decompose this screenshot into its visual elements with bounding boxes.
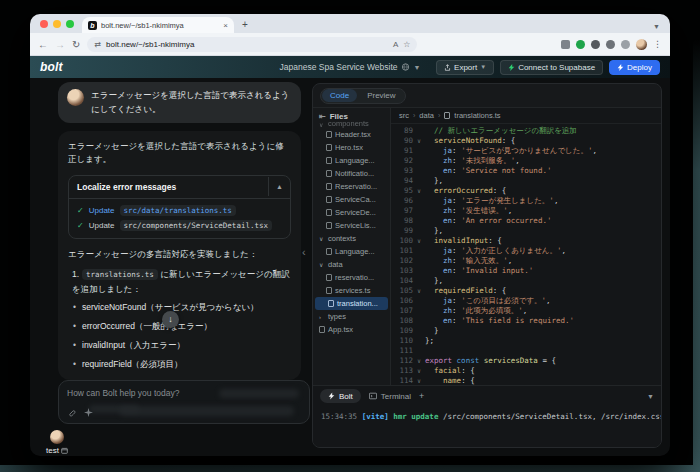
new-terminal-button[interactable]: + (419, 391, 424, 401)
terminal-tab-terminal[interactable]: Terminal (369, 392, 411, 401)
export-button[interactable]: Export▼ (436, 60, 494, 75)
terminal-tab-bolt[interactable]: Bolt (320, 389, 361, 403)
extension-icon[interactable] (561, 40, 570, 49)
bookmark-star-icon[interactable]: ☆ (403, 40, 410, 49)
code-token: : { (493, 286, 507, 296)
tree-item-header-tsx[interactable]: Header.tsx (313, 128, 390, 141)
code-token: zh (443, 306, 452, 316)
plan-card-item[interactable]: ✓Updatesrc/components/ServiceDetail.tsx (77, 220, 282, 231)
collapse-panel-chevron-icon[interactable]: ‹ (302, 246, 306, 258)
tab-search-chevron-icon[interactable]: ▼ (653, 23, 660, 30)
zoom-window-button[interactable] (66, 20, 74, 28)
bolt-profile-avatar[interactable] (50, 430, 64, 444)
toolbar-extensions: ⋮ (561, 39, 662, 50)
check-icon: ✓ (77, 221, 84, 230)
translate-icon[interactable]: A (393, 40, 398, 49)
tree-item-app-tsx[interactable]: App.tsx (313, 323, 390, 336)
tree-item-data[interactable]: ∨data (313, 258, 390, 271)
bullet-item: serviceNotFound（サービスが見つからない） (82, 302, 291, 314)
window-controls (30, 20, 82, 33)
extension-icon[interactable] (576, 40, 585, 49)
new-tab-button[interactable]: + (242, 19, 248, 30)
connect-supabase-button[interactable]: Connect to Supabase (500, 60, 603, 75)
fold-chevron-icon[interactable]: ∨ (413, 376, 425, 385)
forward-button[interactable]: → (55, 39, 65, 50)
tree-item-serviceca-[interactable]: ServiceCa... (313, 193, 390, 206)
reload-button[interactable]: ↻ (72, 39, 80, 50)
extension-icon[interactable] (621, 40, 630, 49)
plan-card-item[interactable]: ✓Updatesrc/data/translations.ts (77, 205, 282, 216)
tree-item-notificatio-[interactable]: Notificatio... (313, 167, 390, 180)
collapse-sidebar-icon[interactable]: ⇤ (319, 112, 326, 121)
step-list-item: 1.translations.ts に新しいエラーメッセージの翻訳を追加しました… (68, 267, 291, 296)
file-path-chip[interactable]: src/components/ServiceDetail.tsx (120, 220, 273, 231)
tree-item-reservatio-[interactable]: Reservatio... (313, 180, 390, 193)
fold-chevron-icon[interactable]: ∨ (413, 366, 425, 376)
address-bar[interactable]: ⇄ bolt.new/~/sb1-nkimimya A ☆ (87, 37, 417, 52)
tree-item-language-[interactable]: Language... (313, 245, 390, 258)
inline-code-chip[interactable]: translations.ts (82, 269, 158, 280)
profile-label[interactable]: test (46, 446, 306, 455)
file-tree[interactable]: ∨componentsHeader.tsxHero.tsxLanguage...… (313, 121, 390, 385)
fold-chevron-icon[interactable]: ∨ (413, 136, 425, 146)
code-lines[interactable]: 89 // 新しいエラーメッセージの翻訳を追加90∨ serviceNotFou… (391, 124, 661, 385)
tree-item-label: App.tsx (328, 325, 353, 334)
tree-item-types[interactable]: ›types (313, 310, 390, 323)
browser-tab[interactable]: b bolt.new/~/sb1-nkimimya × (82, 17, 234, 33)
breadcrumb-item[interactable]: translations.ts (454, 111, 500, 120)
attach-link-icon[interactable] (67, 408, 76, 417)
code-line: 99 }, (391, 226, 661, 236)
code-token: en (443, 316, 452, 326)
folder-closed-icon: › (319, 314, 325, 320)
close-window-button[interactable] (40, 20, 48, 28)
project-title-group[interactable]: Japanese Spa Service Website ▼ (280, 62, 421, 72)
tree-item-servicede-[interactable]: ServiceDe... (313, 206, 390, 219)
tree-item-services-ts[interactable]: services.ts (313, 284, 390, 297)
assistant-summary-text: エラーメッセージの多言語対応を実装しました： (68, 248, 291, 261)
plan-card-header[interactable]: Localize error messages ▲ (69, 176, 290, 199)
tree-item-reservatio-[interactable]: reservatio... (313, 271, 390, 284)
bolt-logo[interactable]: bolt (40, 60, 63, 74)
code-line: 108 en: 'This field is required.' (391, 316, 661, 326)
deploy-button[interactable]: Deploy (609, 60, 660, 75)
fold-chevron-icon[interactable]: ∨ (413, 356, 425, 366)
tree-item-servicelis-[interactable]: ServiceLis... (313, 219, 390, 232)
minimize-window-button[interactable] (53, 20, 61, 28)
extension-icon[interactable] (591, 40, 600, 49)
action-label: Update (89, 206, 115, 215)
collapse-chevron-icon[interactable]: ▲ (268, 177, 290, 196)
breadcrumb-item[interactable]: src (399, 111, 409, 120)
file-path-chip[interactable]: src/data/translations.ts (120, 205, 236, 216)
tree-item-label: services.ts (335, 286, 370, 295)
fold-chevron-icon[interactable]: ∨ (413, 236, 425, 246)
tree-item-translation-[interactable]: translation... (315, 297, 388, 310)
site-info-icon[interactable]: ⇄ (94, 40, 101, 49)
browser-profile-avatar[interactable] (636, 39, 647, 50)
sparkle-icon[interactable] (84, 408, 93, 417)
line-number: 98 (391, 216, 413, 226)
breadcrumb-item[interactable]: data (419, 111, 434, 120)
code-token: , (515, 156, 520, 166)
chat-input-box[interactable] (58, 380, 310, 424)
code-token (425, 236, 434, 246)
code-token: , (546, 296, 551, 306)
chevron-down-icon: ▼ (414, 64, 421, 71)
code-token: facial (434, 366, 461, 376)
tree-item-hero-tsx[interactable]: Hero.tsx (313, 141, 390, 154)
collapse-terminal-chevron-icon[interactable]: ▼ (647, 393, 654, 400)
tree-item-contexts[interactable]: ∨contexts (313, 232, 390, 245)
back-button[interactable]: ← (38, 39, 48, 50)
tab-close-icon[interactable]: × (223, 21, 228, 30)
code-editor[interactable]: src › data › translations.ts 89 // 新しいエラ… (391, 108, 661, 385)
tree-item-components[interactable]: ∨components (313, 121, 390, 128)
tree-item-label: ServiceLis... (335, 221, 376, 230)
scroll-to-bottom-button[interactable]: ↓ (162, 311, 179, 328)
action-label: Update (89, 221, 115, 230)
fold-chevron-icon[interactable]: ∨ (413, 186, 425, 196)
extension-icon[interactable] (606, 40, 615, 49)
fold-chevron-icon[interactable]: ∨ (413, 286, 425, 296)
browser-menu-kebab-icon[interactable]: ⋮ (653, 39, 662, 49)
tree-item-language-[interactable]: Language... (313, 154, 390, 167)
tab-preview[interactable]: Preview (359, 89, 403, 102)
tab-code[interactable]: Code (322, 89, 357, 102)
